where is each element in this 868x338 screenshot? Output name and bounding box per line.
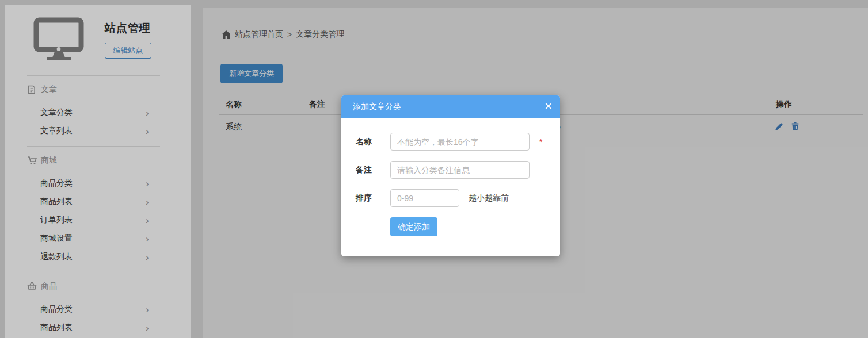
page: 站点管理 编辑站点 文章 文章分类 › 文章列表 › <box>0 0 868 338</box>
form-row-sort: 排序 越小越靠前 <box>356 189 560 207</box>
sort-input[interactable] <box>390 189 459 207</box>
sort-field-label: 排序 <box>356 193 390 203</box>
form-row-name: 名称 * <box>356 133 560 151</box>
modal-title: 添加文章分类 <box>353 95 401 118</box>
name-input[interactable] <box>390 133 530 151</box>
note-field-label: 备注 <box>356 165 390 175</box>
form-row-note: 备注 <box>356 161 560 179</box>
add-article-category-modal: 添加文章分类 × 名称 * 备注 排序 越小越靠前 确定添加 <box>341 95 560 256</box>
confirm-add-button[interactable]: 确定添加 <box>390 217 437 236</box>
modal-body: 名称 * 备注 排序 越小越靠前 确定添加 <box>341 118 560 236</box>
required-asterisk: * <box>539 137 542 147</box>
name-field-label: 名称 <box>356 137 390 147</box>
close-icon[interactable]: × <box>545 95 552 117</box>
note-input[interactable] <box>390 161 530 179</box>
sort-hint: 越小越靠前 <box>469 193 509 203</box>
modal-header: 添加文章分类 × <box>341 95 560 118</box>
